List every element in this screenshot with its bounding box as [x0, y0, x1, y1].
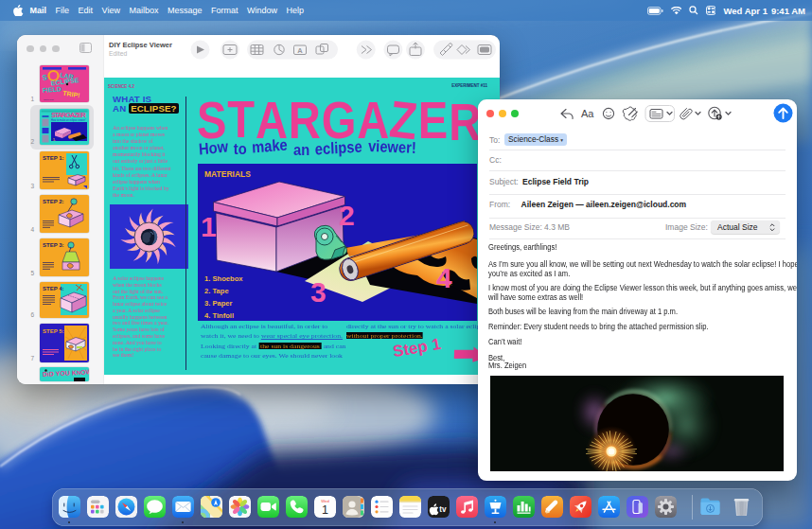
svg-text:4: 4: [436, 262, 452, 293]
svg-text:1: 1: [201, 211, 217, 242]
svg-text:FIELD: FIELD: [42, 85, 62, 94]
svg-text:MATERIALS: MATERIALS: [204, 169, 251, 179]
svg-text:1: 1: [322, 503, 328, 517]
svg-text:S: S: [42, 73, 48, 82]
svg-text:tv: tv: [439, 505, 447, 514]
svg-text:2. Tape: 2. Tape: [204, 287, 229, 295]
svg-text:3: 3: [310, 276, 327, 308]
svg-text:STEP 2:: STEP 2:: [43, 199, 64, 204]
svg-text:STEP 4:: STEP 4:: [43, 286, 64, 291]
svg-text:Wed 1 p.m.: Wed 1 p.m.: [44, 98, 55, 100]
svg-text:1. Shoebox: 1. Shoebox: [204, 274, 243, 283]
svg-text:STEP 3:: STEP 3:: [43, 242, 64, 248]
svg-text:1.: 1.: [53, 138, 56, 142]
svg-text:STEP 5:: STEP 5:: [43, 328, 64, 334]
svg-text:4. Tinfoil: 4. Tinfoil: [204, 311, 234, 320]
svg-text:A: A: [297, 46, 303, 55]
svg-text:How to make an eclipse viewer!: How to make an eclipse viewer!: [51, 118, 86, 122]
svg-text:3. Paper: 3. Paper: [204, 299, 233, 308]
svg-text:TRIP!: TRIP!: [62, 90, 80, 99]
svg-text:2: 2: [339, 200, 355, 231]
svg-text:Aa: Aa: [581, 108, 594, 119]
svg-text:STEP 1:: STEP 1:: [43, 155, 64, 161]
